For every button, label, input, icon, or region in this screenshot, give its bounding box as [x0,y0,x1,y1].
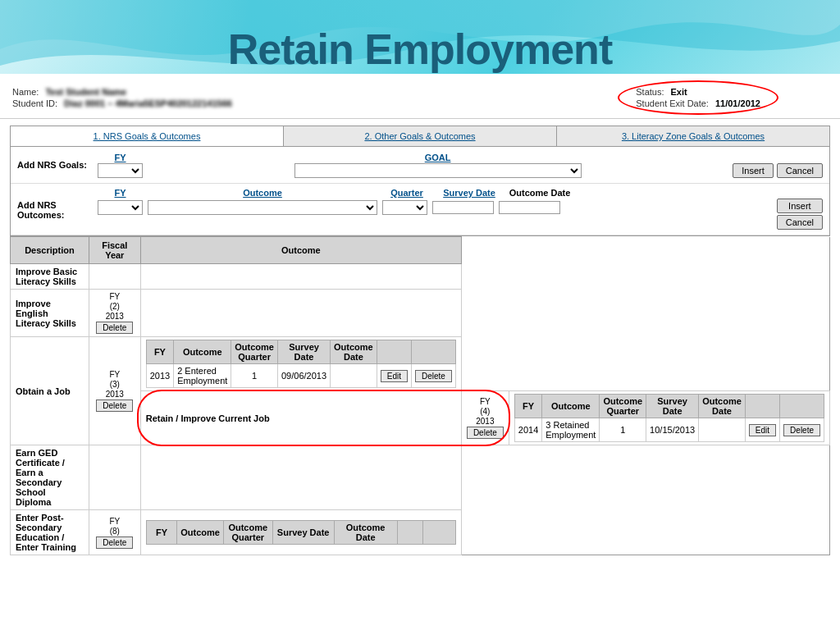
th-fy: FY [146,340,173,364]
outcomes-cancel-button[interactable]: Cancel [777,215,823,230]
th-fy: FY [146,521,177,545]
desc-cell: Retain / Improve Current Job [140,391,461,445]
outcome-fy-val: 2013 [146,364,173,388]
delete-button[interactable]: Delete [96,399,133,412]
th-survey-date: Survey Date [272,521,334,545]
outcomes-outcomedate-header: Outcome Date [509,188,571,198]
goal-insert-button[interactable]: Insert [733,163,774,178]
desc-cell: Improve Basic Literacy Skills [11,264,89,290]
inner-data-row: 2013 2 Entered Employment 1 09/06/2013 E… [146,364,455,388]
outcomes-outcomedate-input[interactable] [499,201,560,214]
outcome-val: 2 Entered Employment [174,364,231,388]
add-nrs-outcomes-row: Add NRS Outcomes: FY Outcome Quarter [11,184,829,235]
survey-date-val: 10/15/2013 [646,418,699,442]
nrs-goals-inner: FY GOAL Insert Cancel [98,152,823,178]
fy-cell: FY (8) Delete [89,510,140,555]
nrs-goal-select[interactable] [294,163,582,178]
outcomes-form-inner: Add NRS Outcomes: FY Outcome Quarter [17,187,823,230]
table-row: Improve Basic Literacy Skills [11,264,830,290]
fy-cell: FY (4) 2013 Delete [461,391,509,445]
fy-label: FY [94,292,135,302]
edit-button[interactable]: Edit [749,424,776,436]
delete-row-button[interactable]: Delete [783,424,820,436]
status-box: Status: Exit Student Exit Date: 11/01/20… [618,80,778,115]
th-outcome-quarter: Outcome Quarter [224,521,273,545]
inner-data-row: 2014 3 Retained Employment 1 10/15/2013 … [514,418,824,442]
exit-date-label: Student Exit Date: [636,98,709,108]
outcome-date-val [331,364,377,388]
fy-label: FY [94,370,135,380]
fy-cell [89,264,140,290]
th-edit [745,395,779,418]
table-row: Obtain a Job FY (3) 2013 Delete FY Outco… [11,337,830,391]
desc-cell: Enter Post-Secondary Education / Enter T… [11,510,89,555]
th-delete [411,340,455,364]
desc-cell: Earn GED Certificate / Earn a Secondary … [11,445,89,510]
delete-button[interactable]: Delete [467,427,504,439]
th-fy: FY [514,395,541,418]
add-nrs-outcomes-label: Add NRS Outcomes: [17,187,91,220]
goal-col: GOAL [148,153,728,178]
delete-button[interactable]: Delete [96,536,133,549]
outcome-cell [140,445,461,510]
th-outcome-date: Outcome Date [699,395,746,418]
nrs-goal-fy-select[interactable] [98,163,143,178]
tab-nrs-goals[interactable]: 1. NRS Goals & Outcomes [11,126,284,146]
exit-date-value: 11/01/2012 [715,98,760,108]
delete-row-button[interactable]: Delete [415,370,452,382]
th-outcome-date: Outcome Date [331,340,377,364]
fy-col: FY [98,153,143,178]
outcome-cell [140,264,461,290]
fy-cell [89,445,140,510]
survey-date-val: 09/06/2013 [278,364,331,388]
fy-header: FY [114,153,126,162]
th-outcome-date: Outcome Date [334,521,397,545]
th-outcome-quarter: Outcome Quarter [600,395,646,418]
goal-cancel-button[interactable]: Cancel [777,163,823,178]
quarter-val: 1 [231,364,278,388]
edit-button[interactable]: Edit [381,370,408,382]
tabs-bar: 1. NRS Goals & Outcomes 2. Other Goals &… [10,126,830,147]
inner-header-row: FY Outcome Outcome Quarter Survey Date O… [146,340,455,364]
tab-literacy-zone[interactable]: 3. Literacy Zone Goals & Outcomes [557,126,829,146]
outcome-inner-table-retain: FY Outcome Outcome Quarter Survey Date O… [514,394,824,442]
tab-other-goals[interactable]: 2. Other Goals & Outcomes [284,126,557,146]
student-info-left: Name: Test Student Name Student ID: Diaz… [12,87,232,108]
fy-cell: FY (3) 2013 Delete [89,337,140,445]
th-survey-date: Survey Date [646,395,699,418]
student-id: Diaz 0001 – 4Maria5ESP4020122141566 [64,98,232,108]
page-title-area: Retain Employment [0,0,840,74]
quarter-val: 1 [600,418,646,442]
goal-buttons: Insert Cancel [733,163,823,178]
outcomes-quarter-select[interactable] [382,200,427,215]
fy-num: (3) [94,380,135,390]
name-row: Name: Test Student Name [12,87,232,97]
th-edit [397,521,422,545]
page-title: Retain Employment [228,25,612,73]
fy-year: 2013 [94,312,135,322]
main-content: 1. NRS Goals & Outcomes 2. Other Goals &… [0,119,840,562]
outcomes-fy-select[interactable] [98,200,143,215]
delete-button[interactable]: Delete [96,322,133,334]
add-nrs-goals-label: Add NRS Goals: [17,160,91,170]
th-outcome-col: Outcome [542,395,600,418]
status-row: Status: Exit [636,87,760,97]
th-outcome-col: Outcome [177,521,224,545]
outcomes-insert-button[interactable]: Insert [777,199,823,213]
table-row: Enter Post-Secondary Education / Enter T… [11,510,830,555]
outcome-date-val [699,418,746,442]
outcome-fy-val: 2014 [514,418,541,442]
studentid-label: Student ID: [12,98,57,108]
inner-header-row: FY Outcome Outcome Quarter Survey Date O… [146,521,455,545]
student-name: Test Student Name [45,87,126,97]
outcome-cell: FY Outcome Outcome Quarter Survey Date O… [140,510,461,555]
th-outcome-col: Outcome [174,340,231,364]
table-row: Earn GED Certificate / Earn a Secondary … [11,445,830,510]
studentid-row: Student ID: Diaz 0001 – 4Maria5ESP402012… [12,98,232,108]
outcome-inner-table-postsec: FY Outcome Outcome Quarter Survey Date O… [146,520,456,545]
outcomes-buttons: Insert Cancel [777,187,823,230]
outcomes-outcome-select[interactable] [148,200,377,215]
outcomes-surveydate-input[interactable] [432,201,494,214]
fy-num: (8) [94,527,135,536]
desc-cell: Improve English Literacy Skills [11,290,89,337]
